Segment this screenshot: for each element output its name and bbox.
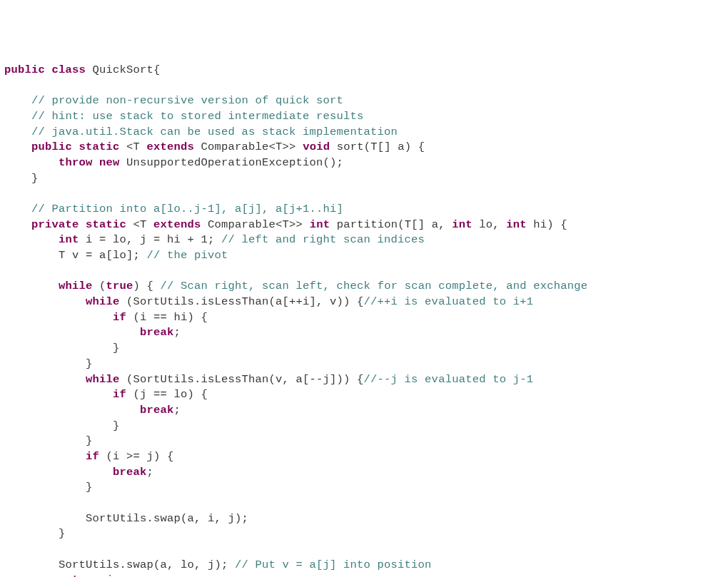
comment-line: // provide non-recursive version of quic… — [4, 94, 343, 107]
keyword-if: if — [86, 450, 99, 463]
method-sort-sig: sort(T[] a) { — [330, 141, 425, 153]
type-part: Comparable<T>> — [201, 218, 310, 231]
class-name: QuickSort — [93, 63, 154, 76]
if-cond-lo: (j == lo) { — [126, 388, 208, 401]
keyword-while: while — [86, 295, 120, 308]
keyword-return: return — [59, 573, 99, 577]
brace-open: { — [153, 63, 161, 76]
keyword-int: int — [452, 218, 472, 231]
keyword-int: int — [310, 218, 330, 231]
keyword-throw: throw — [59, 156, 93, 169]
param-hi: hi) { — [527, 218, 567, 231]
return-j: j; — [99, 573, 120, 577]
brace-close: } — [4, 419, 120, 432]
semicolon: ; — [174, 326, 181, 339]
keyword-while: while — [86, 373, 120, 386]
keyword-void: void — [303, 141, 330, 153]
comment-line: // Partition into a[lo..j-1], a[j], a[j+… — [4, 203, 343, 215]
while-head-tail: ) { — [133, 280, 161, 292]
keyword-int: int — [506, 218, 527, 231]
comment-inline: //--j is evaluated to j-1 — [364, 373, 534, 386]
throw-expr: UnsupportedOperationException(); — [120, 156, 344, 169]
semicolon: ; — [174, 404, 181, 417]
keyword-break: break — [113, 466, 147, 479]
while-scan-right: (SortUtils.isLessThan(a[++i], v)) { — [120, 295, 364, 308]
comment-inline: // the pivot — [147, 249, 228, 262]
keyword-public: public — [4, 63, 45, 76]
comment-inline: //++i is evaluated to i+1 — [364, 295, 534, 308]
brace-close: } — [4, 172, 39, 185]
decl-pivot: T v = a[lo]; — [4, 249, 147, 262]
while-scan-left: (SortUtils.isLessThan(v, a[--j])) { — [120, 373, 364, 386]
param-lo: lo, — [472, 218, 507, 231]
if-cond-hi: (i == hi) { — [126, 311, 208, 324]
swap-ij: SortUtils.swap(a, i, j); — [4, 512, 248, 525]
keyword-break: break — [140, 326, 174, 339]
generic-decl: <T — [120, 141, 147, 153]
brace-close: } — [4, 434, 93, 447]
comment-inline: // Put v = a[j] into position — [235, 558, 432, 571]
code-block: public class QuickSort{ // provide non-r… — [4, 63, 724, 577]
comment-line: // hint: use stack to stored intermediat… — [4, 110, 364, 123]
comment-inline: // left and right scan indices — [221, 233, 425, 246]
semicolon: ; — [147, 466, 154, 479]
brace-close: } — [4, 481, 93, 494]
if-scan-done: (i >= j) { — [99, 450, 174, 463]
keyword-if: if — [113, 311, 126, 324]
keyword-break: break — [140, 404, 174, 417]
keyword-private: private — [31, 218, 79, 231]
paren-open: ( — [93, 280, 106, 292]
brace-close: } — [4, 527, 66, 540]
keyword-static: static — [86, 218, 126, 231]
keyword-static: static — [79, 141, 120, 153]
keyword-class: class — [52, 63, 86, 76]
keyword-true: true — [106, 280, 133, 292]
keyword-new: new — [99, 156, 120, 169]
comment-inline: // Scan right, scan left, check for scan… — [161, 280, 588, 292]
brace-close: } — [4, 357, 93, 370]
comment-line: // java.util.Stack can be used as stack … — [4, 126, 398, 138]
keyword-int: int — [59, 233, 79, 246]
keyword-extends: extends — [153, 218, 201, 231]
decl-indices: i = lo, j = hi + 1; — [79, 233, 222, 246]
generic-decl: <T — [126, 218, 153, 231]
keyword-public: public — [31, 141, 72, 153]
type-part: Comparable<T>> — [194, 141, 303, 153]
keyword-extends: extends — [147, 141, 195, 153]
keyword-if: if — [113, 388, 126, 401]
keyword-while: while — [59, 280, 93, 292]
swap-loj: SortUtils.swap(a, lo, j); — [4, 558, 235, 571]
brace-close: } — [4, 342, 120, 354]
method-partition-sig: partition(T[] a, — [330, 218, 452, 231]
